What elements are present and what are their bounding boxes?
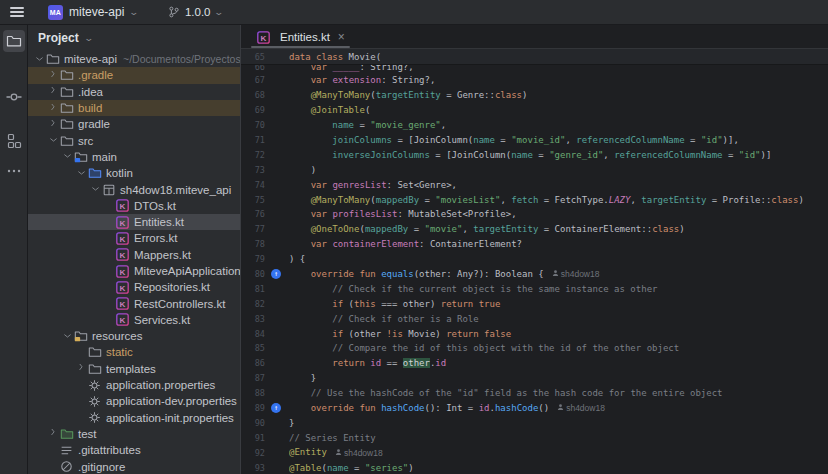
code-line[interactable]: 70 name = "movie_genre", <box>241 118 828 133</box>
code-line[interactable]: 81 // Check if the current object is the… <box>241 281 828 296</box>
code-line[interactable]: 82 if (this === other) return true <box>241 296 828 311</box>
code-line[interactable]: 66 var _____: String?, <box>241 65 828 73</box>
overriding-method-gutter-icon[interactable]: ↑ <box>268 268 284 280</box>
tree-item-restcontrollers-kt[interactable]: KRestControllers.kt <box>28 295 240 311</box>
chevron-down-icon[interactable] <box>76 169 87 178</box>
tree-item-static[interactable]: static <box>28 344 240 360</box>
tree-item-kotlin[interactable]: kotlin <box>28 165 240 181</box>
code-line[interactable]: 80↑ override fun equals(other: Any?): Bo… <box>241 267 828 282</box>
svg-text:K: K <box>120 300 126 309</box>
chevron-right-icon[interactable] <box>48 120 59 129</box>
code-line[interactable]: 85 // Compare the id of this object with… <box>241 341 828 356</box>
tree-item--gradle[interactable]: .gradle <box>28 67 240 83</box>
code-author-inlay-hint[interactable]: sh4dow18 <box>557 403 605 413</box>
project-tool-icon[interactable] <box>3 30 25 52</box>
sticky-code-line[interactable]: 65data class Movie( <box>241 49 828 65</box>
more-tools-icon[interactable] <box>3 160 25 182</box>
tree-item-templates[interactable]: templates <box>28 361 240 377</box>
overriding-method-gutter-icon[interactable]: ↑ <box>268 402 284 414</box>
chevron-right-icon[interactable] <box>48 104 59 113</box>
project-widget[interactable]: MA miteve-api ⌄ <box>44 3 142 22</box>
chevron-right-icon[interactable] <box>48 429 59 438</box>
code-line[interactable]: 71 joinColumns = [JoinColumn(name = "mov… <box>241 133 828 148</box>
code-line[interactable]: 92@Entitysh4dow18 <box>241 445 828 460</box>
code-editor[interactable]: 65data class Movie(66 var _____: String?… <box>241 49 828 474</box>
code-line[interactable]: 74 var genresList: Set<Genre>, <box>241 177 828 192</box>
code-token: = Genre:: <box>441 90 495 100</box>
vcs-branch-widget[interactable]: 1.0.0 ⌄ <box>164 4 227 20</box>
tree-item--gitignore[interactable]: .gitignore <box>28 458 240 474</box>
tree-item--idea[interactable]: .idea <box>28 84 240 100</box>
tree-item-resources[interactable]: resources <box>28 328 240 344</box>
code-line[interactable]: 72 inverseJoinColumns = [JoinColumn(name… <box>241 147 828 162</box>
code-token: override fun <box>311 269 381 279</box>
tree-item--gitattributes[interactable]: .gitattributes <box>28 442 240 458</box>
tree-item-entities-kt[interactable]: KEntities.kt <box>28 214 240 230</box>
code-token: // Compare the id of this object with th… <box>332 343 679 353</box>
structure-tool-icon[interactable] <box>3 130 25 152</box>
code-line[interactable]: 93@Table(name = "series") <box>241 460 828 474</box>
code-line[interactable]: 83 // Check if other is a Role <box>241 311 828 326</box>
chevron-down-icon[interactable] <box>48 136 59 145</box>
chevron-right-icon[interactable] <box>76 364 87 373</box>
tree-item-application-init-properties[interactable]: application-init.properties <box>28 410 240 426</box>
code-line[interactable]: 91// Series Entity <box>241 430 828 445</box>
code-line[interactable]: 88 // Use the hashCode of the "id" field… <box>241 386 828 401</box>
code-line[interactable]: 90} <box>241 415 828 430</box>
tree-item-repositories-kt[interactable]: KRepositories.kt <box>28 279 240 295</box>
code-author-inlay-hint[interactable]: sh4dow18 <box>335 448 383 458</box>
tree-item-miteve-api[interactable]: miteve-api~/Documentos/Proyectos/mite <box>28 51 240 67</box>
code-text: override fun hashCode(): Int = id.hashCo… <box>289 403 828 414</box>
tree-item-errors-kt[interactable]: KErrors.kt <box>28 230 240 246</box>
code-token <box>289 284 332 294</box>
code-token <box>289 150 332 160</box>
project-panel-header[interactable]: Project ⌄ <box>28 25 240 51</box>
code-line[interactable]: 89↑ override fun hashCode(): Int = id.ha… <box>241 401 828 416</box>
tree-item-test[interactable]: test <box>28 426 240 442</box>
tree-item-services-kt[interactable]: KServices.kt <box>28 312 240 328</box>
code-author-inlay-hint[interactable]: sh4dow18 <box>552 269 600 279</box>
code-line[interactable]: 77 @OneToOne(mappedBy = "movie", targetE… <box>241 222 828 237</box>
tree-item-mappers-kt[interactable]: KMappers.kt <box>28 247 240 263</box>
tree-item-dtos-kt[interactable]: KDTOs.kt <box>28 198 240 214</box>
close-tab-icon[interactable]: × <box>338 31 345 43</box>
tree-item-application-properties[interactable]: application.properties <box>28 377 240 393</box>
code-token: _____ <box>332 65 359 72</box>
tree-item-build[interactable]: build <box>28 100 240 116</box>
code-line[interactable]: 84 if (other !is Movie) return false <box>241 326 828 341</box>
code-token: // Check if other is a Role <box>332 314 478 324</box>
code-text: return id == other.id <box>289 358 828 368</box>
tree-item-miteveapiapplication-kt[interactable]: KMiteveApiApplication.kt <box>28 263 240 279</box>
code-line[interactable]: 78 var containerElement: ContainerElemen… <box>241 237 828 252</box>
line-number: 78 <box>241 239 265 249</box>
code-line[interactable]: 87 } <box>241 371 828 386</box>
tree-item-application-dev-properties[interactable]: application-dev.properties <box>28 393 240 409</box>
code-line[interactable]: 69 @JoinTable( <box>241 103 828 118</box>
chevron-right-icon[interactable] <box>48 87 59 96</box>
chevron-down-icon[interactable] <box>62 152 73 161</box>
chevron-down-icon[interactable] <box>62 332 73 341</box>
gutter-icon-placeholder <box>268 65 284 73</box>
code-line[interactable]: 67 var extension: String?, <box>241 73 828 88</box>
chevron-down-icon[interactable] <box>34 55 45 64</box>
clipped-code-line[interactable]: 66 var _____: String?, <box>241 65 828 73</box>
chevron-down-icon[interactable] <box>90 185 101 194</box>
code-line[interactable]: 73 ) <box>241 162 828 177</box>
code-line[interactable]: 76 var profilesList: MutableSet<Profile>… <box>241 207 828 222</box>
editor-tab-entities[interactable]: K Entities.kt × <box>247 26 354 48</box>
main-menu-icon[interactable] <box>10 7 24 17</box>
tree-item-src[interactable]: src <box>28 132 240 148</box>
chevron-right-icon[interactable] <box>48 71 59 80</box>
tree-item-gradle[interactable]: gradle <box>28 116 240 132</box>
code-text: } <box>289 418 828 428</box>
gear-icon <box>87 394 102 408</box>
tree-item-sh4dow18-miteve-api[interactable]: sh4dow18.miteve_api <box>28 181 240 197</box>
code-token: , <box>603 150 614 160</box>
tree-item-label: build <box>78 102 102 114</box>
code-line[interactable]: 79) { <box>241 252 828 267</box>
code-line[interactable]: 68 @ManyToMany(targetEntity = Genre::cla… <box>241 88 828 103</box>
code-line[interactable]: 86 return id == other.id <box>241 356 828 371</box>
tree-item-main[interactable]: main <box>28 149 240 165</box>
code-line[interactable]: 75 @ManyToMany(mappedBy = "moviesList", … <box>241 192 828 207</box>
commit-tool-icon[interactable] <box>3 86 25 108</box>
